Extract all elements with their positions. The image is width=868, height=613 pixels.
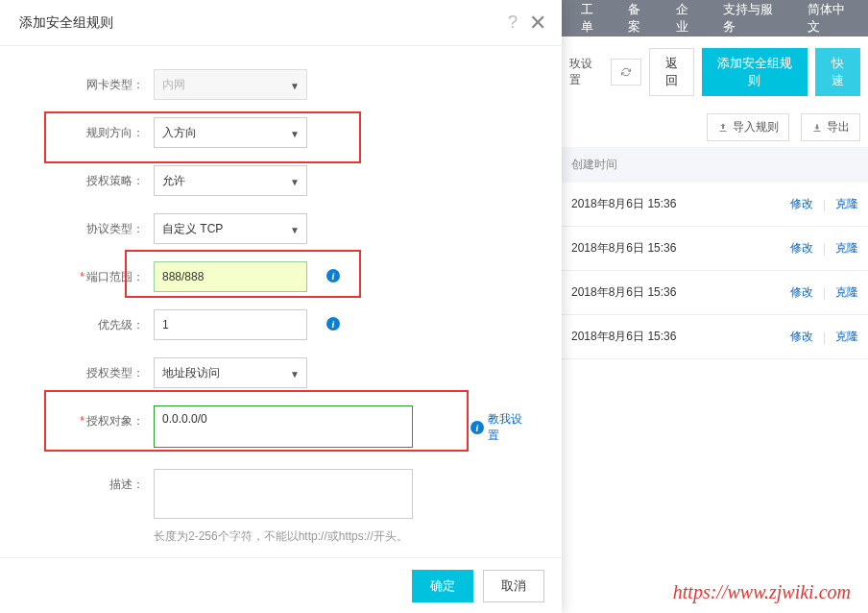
table-row: 2018年8月6日 15:36 修改 | 克隆: [562, 183, 868, 227]
row-date: 2018年8月6日 15:36: [571, 240, 781, 257]
top-nav: 工单 备案 企业 支持与服务 简体中文: [562, 0, 868, 37]
add-rule-button[interactable]: 添加安全组规则: [702, 48, 808, 96]
table-header: 创建时间: [562, 147, 868, 183]
export-rules-button[interactable]: 导出: [801, 113, 860, 141]
description-label: 描述：: [29, 469, 144, 493]
auth-object-label: *授权对象：: [29, 405, 144, 429]
nic-type-select: 内网: [154, 69, 307, 100]
description-input[interactable]: [154, 469, 413, 519]
clone-link[interactable]: 克隆: [835, 196, 858, 212]
clone-link[interactable]: 克隆: [835, 329, 858, 345]
download-icon: [811, 122, 823, 134]
nav-item[interactable]: 工单: [581, 1, 605, 36]
help-icon[interactable]: ?: [508, 12, 518, 33]
priority-input[interactable]: [154, 309, 307, 340]
upload-icon: [717, 122, 729, 134]
policy-select[interactable]: 允许: [154, 165, 307, 196]
toolbar: 玫设置 返回 添加安全组规则 快速: [562, 37, 868, 108]
quick-button[interactable]: 快速: [815, 48, 860, 96]
clone-link[interactable]: 克隆: [835, 240, 858, 257]
protocol-select[interactable]: 自定义 TCP: [154, 213, 307, 244]
table-row: 2018年8月6日 15:36 修改 | 克隆: [562, 315, 868, 359]
row-date: 2018年8月6日 15:36: [571, 329, 781, 345]
priority-label: 优先级：: [29, 309, 144, 333]
nav-item[interactable]: 企业: [676, 1, 700, 36]
add-rule-modal: 添加安全组规则 ? ✕ 网卡类型： 内网 ▼ 规则方向： 入方向 ▼: [0, 0, 562, 613]
auth-object-input[interactable]: [154, 405, 413, 448]
row-date: 2018年8月6日 15:36: [571, 284, 781, 301]
refresh-icon: [621, 65, 631, 79]
table-row: 2018年8月6日 15:36 修改 | 克隆: [562, 271, 868, 315]
modal-title: 添加安全组规则: [19, 14, 508, 32]
confirm-button[interactable]: 确定: [412, 570, 473, 602]
import-rules-button[interactable]: 导入规则: [707, 113, 789, 141]
port-range-input[interactable]: [154, 261, 307, 292]
return-button[interactable]: 返回: [649, 48, 694, 96]
description-hint: 长度为2-256个字符，不能以http://或https://开头。: [154, 528, 413, 545]
edit-link[interactable]: 修改: [790, 240, 813, 257]
direction-select[interactable]: 入方向: [154, 117, 307, 148]
nav-item[interactable]: 支持与服务: [723, 1, 784, 36]
nav-item[interactable]: 备案: [628, 1, 652, 36]
info-icon[interactable]: i: [326, 269, 340, 282]
settings-link[interactable]: 玫设置: [569, 56, 603, 88]
direction-label: 规则方向：: [29, 117, 144, 141]
edit-link[interactable]: 修改: [790, 196, 813, 212]
policy-label: 授权策略：: [29, 165, 144, 189]
teach-me-link[interactable]: i 教我设置: [470, 411, 533, 444]
refresh-button[interactable]: [611, 59, 641, 86]
row-date: 2018年8月6日 15:36: [571, 196, 781, 212]
table-row: 2018年8月6日 15:36 修改 | 克隆: [562, 227, 868, 271]
auth-type-label: 授权类型：: [29, 357, 144, 381]
edit-link[interactable]: 修改: [790, 329, 813, 345]
nav-item[interactable]: 简体中文: [808, 1, 856, 36]
cancel-button[interactable]: 取消: [483, 570, 544, 602]
auth-type-select[interactable]: 地址段访问: [154, 357, 307, 388]
edit-link[interactable]: 修改: [790, 284, 813, 301]
port-label: *端口范围：: [29, 261, 144, 285]
info-icon[interactable]: i: [326, 317, 340, 331]
info-icon: i: [470, 421, 484, 434]
close-icon[interactable]: ✕: [529, 11, 546, 36]
protocol-label: 协议类型：: [29, 213, 144, 237]
clone-link[interactable]: 克隆: [835, 284, 858, 301]
nic-type-label: 网卡类型：: [29, 69, 144, 93]
